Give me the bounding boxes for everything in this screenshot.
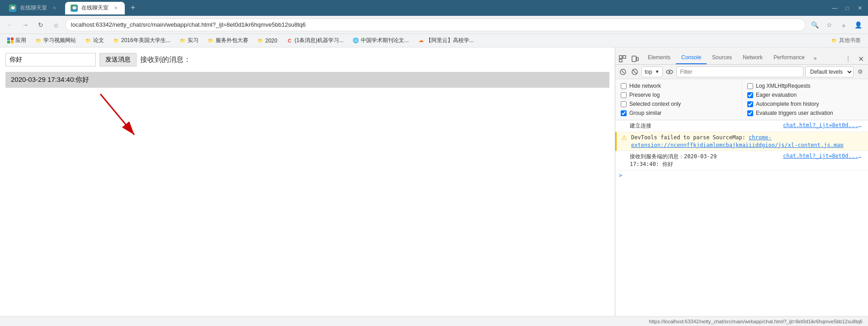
- console-settings-icon[interactable]: ⚙: [855, 67, 865, 77]
- bookmark-apps[interactable]: 应用: [4, 36, 30, 45]
- main-area: 发送消息 接收到的消息： 2020-03-29 17:34:40:你好: [0, 47, 868, 316]
- bookmark-2016[interactable]: 📁 2016年美国大学生...: [109, 36, 174, 45]
- inspect-element-icon[interactable]: [617, 53, 628, 64]
- group-similar-label: Group similar: [629, 110, 661, 116]
- hide-network-checkbox[interactable]: [621, 83, 627, 89]
- bookmark-journal[interactable]: 🌐 中国学术期刊论文...: [349, 36, 412, 45]
- warning-text-main: DevTools failed to parse SourceMap:: [631, 134, 749, 141]
- minimize-button[interactable]: —: [830, 4, 839, 13]
- context-selector[interactable]: top ▼: [642, 66, 663, 77]
- context-value: top: [645, 69, 652, 75]
- devtools-vertical-menu[interactable]: ⋮: [843, 53, 854, 64]
- bookmark-icon[interactable]: ☆: [823, 19, 835, 31]
- apps-icon: [7, 38, 14, 44]
- svg-line-8: [622, 71, 624, 73]
- bookmark-journal-label: 中国学术期刊论文...: [361, 37, 409, 44]
- svg-rect-4: [619, 59, 622, 62]
- folder-icon-paper: 📁: [85, 38, 91, 44]
- selected-context-label: Selected context only: [629, 101, 681, 107]
- bookmark-more-label: 其他书签: [839, 37, 861, 44]
- bookmark-2020[interactable]: 📁 2020: [254, 37, 281, 45]
- folder-icon-2016: 📁: [113, 38, 119, 44]
- bookmark-more[interactable]: 📁 其他书签: [827, 36, 864, 45]
- tab-sources[interactable]: Sources: [707, 52, 737, 64]
- send-button[interactable]: 发送消息: [99, 53, 137, 66]
- tab-active[interactable]: 💬 在线聊天室 ✕: [65, 2, 125, 14]
- close-button[interactable]: ✕: [855, 4, 864, 13]
- log-xml-checkbox[interactable]: [747, 83, 753, 89]
- svg-line-10: [633, 70, 637, 74]
- tab-inactive[interactable]: 💬 在线聊天室 ✕: [4, 2, 63, 14]
- settings-col-left: Hide network Preserve log Selected conte…: [615, 79, 742, 120]
- status-bar: https://localhost:63342/netty_chat/src/m…: [0, 316, 868, 326]
- log-text-3: 接收到服务端的消息：2020-03-2917:34:40: 你好: [630, 153, 779, 168]
- status-url: https://localhost:63342/netty_chat/src/m…: [649, 319, 863, 324]
- address-input[interactable]: localhost:63342/netty_chat/src/main/weba…: [65, 19, 806, 31]
- log-text-1: 建立连接: [630, 122, 779, 130]
- tab-close-active[interactable]: ✕: [112, 5, 119, 12]
- profile-icon[interactable]: 👤: [852, 19, 864, 31]
- console-log: 建立连接 chat.html?_ijt=8et0d...hqmve5bb12su…: [615, 120, 868, 316]
- folder-icon-2020: 📁: [257, 38, 264, 44]
- chat-input[interactable]: [5, 53, 96, 66]
- eye-icon[interactable]: [665, 67, 675, 77]
- tab-title-inactive: 在线聊天室: [20, 4, 47, 12]
- console-prompt-row[interactable]: >: [615, 170, 868, 180]
- console-toolbar: top ▼ Default levels Verbose Info Warnin…: [615, 65, 868, 79]
- preserve-log-label: Preserve log: [629, 92, 660, 98]
- forward-button[interactable]: →: [19, 19, 32, 31]
- selected-context-checkbox[interactable]: [621, 101, 627, 107]
- preserve-log-checkbox[interactable]: [621, 92, 627, 98]
- log-level-select[interactable]: Default levels Verbose Info Warnings Err…: [805, 66, 854, 77]
- clear-console-icon[interactable]: [618, 67, 628, 77]
- bookmark-aliyun[interactable]: ☁ 【阿里云】高校学...: [414, 36, 477, 45]
- tab-elements[interactable]: Elements: [642, 52, 676, 64]
- bookmarks-bar: 应用 📁 学习视频网站 📁 论文 📁 2016年美国大学生... 📁 实习 📁 …: [0, 34, 868, 47]
- eval-triggers-checkbox[interactable]: [747, 110, 753, 116]
- refresh-button[interactable]: ↻: [34, 19, 47, 31]
- group-similar-checkbox[interactable]: [621, 110, 627, 116]
- new-tab-button[interactable]: +: [127, 2, 139, 14]
- eval-triggers-row: Evaluate triggers user activation: [747, 110, 863, 116]
- window-controls: — □ ✕: [830, 4, 864, 13]
- arrow-area: [5, 90, 609, 144]
- context-dropdown-icon: ▼: [655, 69, 660, 74]
- filter-input[interactable]: [676, 66, 803, 77]
- red-arrow-svg: [96, 90, 150, 144]
- extension-icon[interactable]: ⬦: [837, 19, 850, 31]
- device-toolbar-icon[interactable]: [630, 53, 641, 64]
- svg-rect-2: [619, 56, 622, 58]
- eager-eval-checkbox[interactable]: [747, 92, 753, 98]
- maximize-button[interactable]: □: [843, 4, 852, 13]
- bookmark-2016-label: 2016年美国大学生...: [121, 37, 170, 44]
- chat-messages: 2020-03-29 17:34:40:你好: [5, 72, 609, 311]
- back-button[interactable]: ←: [4, 19, 16, 31]
- autocomplete-row: Autocomplete from history: [747, 101, 863, 107]
- bookmark-ml[interactable]: C (1条消息)机器学习...: [283, 36, 347, 45]
- folder-icon-internship: 📁: [179, 38, 186, 44]
- ban-icon[interactable]: [630, 67, 640, 77]
- prompt-arrow: >: [619, 172, 622, 179]
- log-source-3[interactable]: chat.html?_ijt=8et0d...hqmve5bb12su8tq6:…: [783, 153, 864, 159]
- more-tabs-button[interactable]: »: [810, 52, 821, 64]
- autocomplete-checkbox[interactable]: [747, 101, 753, 107]
- address-icons: 🔍 ☆ ⬦ 👤: [808, 19, 864, 31]
- tab-performance[interactable]: Performance: [768, 52, 810, 64]
- bookmark-video[interactable]: 📁 学习视频网站: [32, 36, 80, 45]
- tab-close-inactive[interactable]: ✕: [51, 5, 58, 12]
- link-icon-journal: 🌐: [353, 38, 359, 44]
- tab-console[interactable]: Console: [676, 52, 707, 64]
- selected-context-row: Selected context only: [621, 101, 736, 107]
- bookmark-2020-label: 2020: [265, 38, 278, 44]
- bookmark-internship[interactable]: 📁 实习: [176, 36, 202, 45]
- bookmark-contest[interactable]: 📁 服务外包大赛: [204, 36, 252, 45]
- devtools-close-button[interactable]: ✕: [855, 53, 866, 64]
- folder-icon-video: 📁: [35, 38, 42, 44]
- search-icon[interactable]: 🔍: [808, 19, 821, 31]
- svg-rect-5: [632, 56, 636, 61]
- log-source-1[interactable]: chat.html?_ijt=8et0d...hqmve5bb12su8tq6:…: [783, 122, 864, 128]
- home-button[interactable]: ⌂: [50, 19, 62, 31]
- bookmark-paper[interactable]: 📁 论文: [81, 36, 108, 45]
- svg-rect-3: [623, 56, 626, 58]
- tab-network[interactable]: Network: [737, 52, 768, 64]
